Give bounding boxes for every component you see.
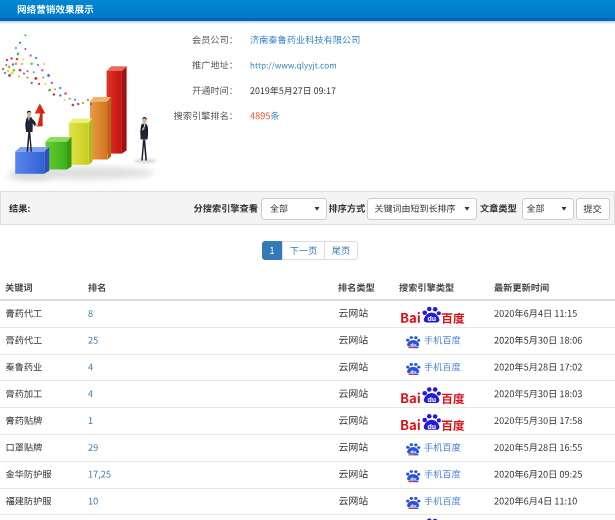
svg-text:du: du (428, 315, 436, 322)
svg-text:du: du (410, 449, 416, 454)
svg-text:du: du (410, 476, 416, 481)
svg-text:du: du (410, 369, 416, 374)
svg-text:du: du (410, 503, 416, 508)
svg-text:du: du (428, 396, 436, 403)
svg-text:du: du (410, 342, 416, 347)
svg-text:du: du (428, 423, 436, 430)
